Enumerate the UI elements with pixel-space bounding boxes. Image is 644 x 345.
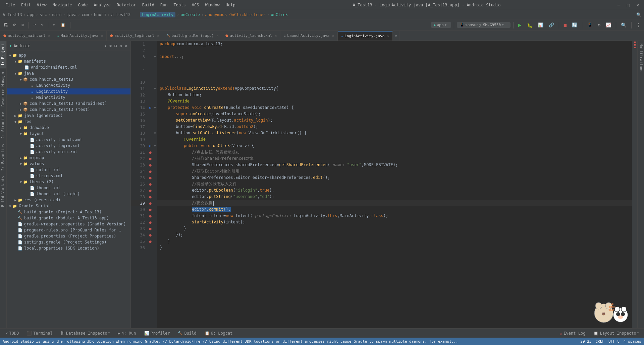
bottom-tab-profiler[interactable]: 📊 Profiler [142,330,173,336]
menu-window[interactable]: Window [202,2,222,8]
tree-item-package-test[interactable]: ▶ 📦 com.hnucm.a_test13 (test) [7,107,130,113]
menu-navigate[interactable]: Navigate [50,2,75,8]
menu-file[interactable]: File [3,2,18,8]
project-structure-btn[interactable]: 🏗 [1,22,10,28]
tree-item-layout[interactable]: ▼ 📁 layout [7,131,130,137]
tree-item-package-androidtest[interactable]: ▶ 📦 com.hnucm.a_test13 (androidTest) [7,100,130,107]
tree-item-proguard[interactable]: 📄 proguard-rules.pro (ProGuard Rules for… [7,227,130,233]
tree-item-gradle-properties[interactable]: 📄 gradle.properties (Project Properties) [7,233,130,239]
breadcrumb-project[interactable]: A_Test13 [3,12,22,17]
breadcrumb-listener[interactable]: anonymous OnClickListener [205,12,266,17]
tree-item-app[interactable]: ▼ 📁 app [7,52,130,58]
status-position[interactable]: 29:23 [580,339,591,344]
stop-btn[interactable]: ■ [562,22,569,28]
code-content[interactable]: package com.hnucm.a_test13; import ...; … [157,41,632,328]
tree-item-themes-night-xml[interactable]: 📄 themes.xml (night) [7,191,130,197]
breadcrumb-com[interactable]: com [82,12,89,17]
run-btn[interactable]: ▶ [516,21,524,29]
menu-help[interactable]: Help [223,2,238,8]
vtab-build-variants[interactable]: Build Variants [0,173,6,210]
breadcrumb-hnucm[interactable]: hnucm [94,12,106,17]
settings-btn[interactable]: ⚙ [19,22,26,28]
tree-item-res-generated[interactable]: ▶ 📁 res (generated) [7,197,130,203]
device-selector[interactable]: 📱 samsung SM-G9550 ▾ [457,22,511,28]
bottom-tab-todo[interactable]: ✓ TODO [3,330,21,336]
tree-item-login-activity[interactable]: ☕ LoginActivity [7,88,130,94]
breadcrumb-class[interactable]: LoginActivity [140,12,175,17]
vtab-project[interactable]: 1: Project [0,41,6,68]
bottom-tab-run[interactable]: ▶ 4: Run [115,330,139,336]
avd-btn[interactable]: 📱 [585,22,594,28]
menu-build[interactable]: Build [140,2,157,8]
bottom-tab-terminal[interactable]: ⬛ Terminal [24,330,55,336]
menu-vcs[interactable]: VCS [189,2,202,8]
bottom-tab-layout-inspector[interactable]: 🔲 Layout Inspector [591,330,641,336]
sync-panel-btn[interactable]: ⊕ [109,43,112,49]
menu-view[interactable]: View [34,2,49,8]
breadcrumb-java[interactable]: java [67,12,76,17]
menu-edit[interactable]: Edit [18,2,34,8]
close-panel-btn[interactable]: ✕ [124,43,128,49]
tree-item-java[interactable]: ▼ 📁 java [7,70,130,76]
tab-close-login-activity[interactable]: ✕ [387,34,389,38]
app-selector[interactable]: ▶ app ▾ [431,22,451,28]
status-indent[interactable]: 4 spaces [624,339,641,344]
bottom-tab-build[interactable]: 🔨 Build [175,330,199,336]
attach-btn[interactable]: 🔗 [547,22,556,28]
tab-close-launch-activity[interactable]: ✕ [332,34,334,38]
redo-btn[interactable]: ↪ [39,22,45,28]
breadcrumb-onclick[interactable]: onClick [271,12,288,17]
tree-item-launch-activity[interactable]: ☕ LaunchActivity [7,82,130,88]
vtab-resource-manager[interactable]: Resource Manager [0,68,6,109]
tree-item-themes[interactable]: ▼ 📁 themes (2) [7,179,130,185]
profile-btn[interactable]: 📊 [536,22,545,28]
profiler-btn[interactable]: 📈 [604,22,613,28]
undo-btn[interactable]: ↩ [32,22,38,28]
maximize-button[interactable]: □ [625,2,632,8]
more-actions-btn[interactable]: ⋮ [634,22,643,28]
menu-analyze[interactable]: Analyze [91,2,113,8]
tree-item-androidmanifest[interactable]: 📄 AndroidManifest.xml [7,64,130,70]
tab-close-build-gradle[interactable]: ✕ [216,34,218,38]
menu-run[interactable]: Run [158,2,170,8]
copy-btn[interactable]: 📋 [59,22,67,28]
cut-btn[interactable]: ✂ [51,22,57,28]
tab-build-gradle[interactable]: 🔨 build.gradle (:app) ✕ [163,31,222,41]
tree-item-settings-gradle[interactable]: 📄 settings.gradle (Project Settings) [7,239,130,245]
tab-close-activity-login[interactable]: ✕ [157,34,159,38]
tab-activity-main-xml[interactable]: ⬟ activity_main.xml ✕ [0,31,54,41]
tree-item-strings-xml[interactable]: 📄 strings.xml [7,173,130,179]
status-charset[interactable]: UTF-8 [608,339,620,344]
tree-item-activity-launch-xml[interactable]: 📄 activity_launch.xml [7,137,130,143]
sdk-btn[interactable]: ⚙ [596,22,602,28]
tab-launch-activity[interactable]: ☕ LaunchActivity.java ✕ [280,31,338,41]
sync-btn[interactable]: ⟳ [11,22,18,28]
tree-item-gradle-scripts[interactable]: ▼ 📁 Gradle Scripts [7,203,130,209]
tree-item-activity-main-xml[interactable]: 📄 activity_main.xml [7,149,130,155]
tree-item-build-gradle-module[interactable]: 🔨 build.gradle (Module: A_Test13.app) [7,215,130,221]
breadcrumb-app[interactable]: app [27,12,35,17]
breadcrumb-package[interactable]: a_test13 [111,12,130,17]
sync-project-btn[interactable]: 🔄 [570,22,579,28]
menu-refactor[interactable]: Refactor [114,2,139,8]
panel-settings-btn[interactable]: ⚙ [119,43,123,49]
bottom-tab-logcat[interactable]: 📋 6: Logcat [202,330,235,336]
tree-item-java-generated[interactable]: ▶ 📁 java (generated) [7,113,130,119]
tab-close-main-activity[interactable]: ✕ [101,34,103,38]
status-crlf[interactable]: CRLF [595,339,604,344]
breadcrumb-search[interactable]: 🔍 [636,12,641,17]
tree-item-build-gradle-project[interactable]: 🔨 build.gradle (Project: A_Test13) [7,209,130,215]
tree-item-drawable[interactable]: ▶ 📁 drawable [7,125,130,131]
search-everywhere-btn[interactable]: 🔍 [619,22,629,28]
tree-item-activity-login-xml[interactable]: 📄 activity_login.xml [7,143,130,149]
tab-more[interactable]: » [393,31,399,41]
close-button[interactable]: ✕ [635,2,641,8]
tree-item-main-activity[interactable]: ☕ MainActivity [7,94,130,100]
bottom-tab-database-inspector[interactable]: 🗄 Database Inspector [58,330,112,336]
debug-btn[interactable]: 🐛 [525,22,535,28]
tree-item-res[interactable]: ▼ 📁 res [7,119,130,125]
tree-item-local-properties[interactable]: 📄 local.properties (SDK Location) [7,245,130,251]
tree-item-themes-xml[interactable]: 📄 themes.xml [7,185,130,191]
breadcrumb-oncreate[interactable]: onCreate [180,12,200,17]
menu-code[interactable]: Code [75,2,91,8]
